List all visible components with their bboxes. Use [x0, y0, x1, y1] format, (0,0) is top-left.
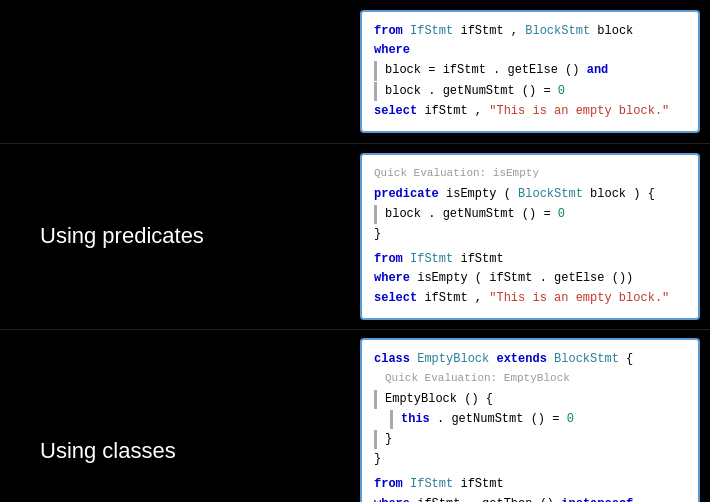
code-line: from IfStmt ifStmt: [374, 250, 686, 269]
code-block-line: }: [374, 430, 686, 449]
quick-eval: Quick Evaluation: isEmpty: [374, 165, 686, 183]
section-label-predicates: Using predicates: [0, 223, 360, 249]
section-predicates: Using predicates Quick Evaluation: isEmp…: [0, 144, 710, 330]
code-line: from IfStmt ifStmt , BlockStmt block: [374, 22, 686, 41]
code-line: }: [374, 225, 686, 244]
quick-eval-2: Quick Evaluation: EmptyBlock: [374, 370, 686, 388]
code-panel-3: class EmptyBlock extends BlockStmt { Qui…: [360, 338, 700, 502]
code-block-line: block = ifStmt . getElse () and: [374, 61, 686, 80]
code-line: predicate isEmpty ( BlockStmt block ) {: [374, 185, 686, 204]
code-line: select ifStmt , "This is an empty block.…: [374, 289, 686, 308]
code-line: from IfStmt ifStmt: [374, 475, 686, 494]
code-panel-2: Quick Evaluation: isEmpty predicate isEm…: [360, 153, 700, 320]
code-line: class EmptyBlock extends BlockStmt {: [374, 350, 686, 369]
code-block-line: block . getNumStmt () = 0: [374, 205, 686, 224]
code-block-line: EmptyBlock () {: [374, 390, 686, 409]
code-block2-line: this . getNumStmt () = 0: [390, 410, 686, 429]
code-panel-1: from IfStmt ifStmt , BlockStmt block whe…: [360, 10, 700, 133]
section-label-classes: Using classes: [0, 438, 360, 464]
section-no-predicate: from IfStmt ifStmt , BlockStmt block whe…: [0, 0, 710, 144]
code-line: where ifStmt . getThen () instanceof Emp…: [374, 495, 686, 502]
code-line: select ifStmt , "This is an empty block.…: [374, 102, 686, 121]
code-line: }: [374, 450, 686, 469]
code-line: where isEmpty ( ifStmt . getElse ()): [374, 269, 686, 288]
section-classes: Using classes class EmptyBlock extends B…: [0, 330, 710, 502]
code-line: where: [374, 41, 686, 60]
code-block-line: block . getNumStmt () = 0: [374, 82, 686, 101]
